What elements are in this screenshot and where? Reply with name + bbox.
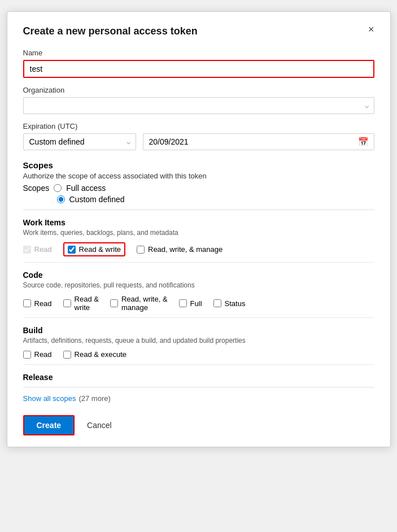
code-read-option: Read (23, 299, 52, 308)
scopes-label-row: Scopes Full access (23, 184, 374, 193)
code-title: Code (23, 271, 374, 280)
create-button[interactable]: Create (23, 415, 75, 435)
expiration-row: Custom defined 30 days 60 days 90 days 1… (23, 133, 374, 150)
code-rw-option: Read &write (63, 295, 99, 312)
code-status-label: Status (225, 299, 246, 308)
code-full-checkbox[interactable] (179, 299, 187, 307)
scopes-description: Authorize the scope of access associated… (23, 172, 374, 180)
org-label: Organization (23, 86, 374, 94)
build-desc: Artifacts, definitions, requests, queue … (23, 337, 374, 345)
wi-rwm-option: Read, write, & manage (137, 245, 223, 254)
wi-readwrite-label: Read & write (79, 245, 121, 254)
build-re-label: Read & execute (75, 350, 127, 359)
code-full-option: Full (179, 299, 202, 308)
expiration-label: Expiration (UTC) (23, 122, 374, 130)
code-read-checkbox[interactable] (23, 299, 31, 307)
work-items-title: Work Items (23, 218, 374, 227)
custom-defined-row: Custom defined (23, 195, 374, 204)
scope-section-build: Build Artifacts, definitions, requests, … (23, 318, 374, 365)
build-read-label: Read (34, 350, 52, 359)
action-row: Create Cancel (23, 409, 374, 435)
calendar-icon[interactable]: 📅 (358, 137, 369, 147)
release-title: Release (23, 373, 374, 382)
build-options: Read Read & execute (23, 350, 374, 359)
wi-read-checkbox[interactable] (23, 246, 31, 254)
date-input-wrapper: 📅 (143, 133, 374, 150)
wi-rwm-checkbox[interactable] (137, 246, 145, 254)
code-desc: Source code, repositories, pull requests… (23, 281, 374, 289)
scopes-section: Scopes Authorize the scope of access ass… (23, 160, 374, 204)
scope-section-release: Release (23, 365, 374, 387)
build-read-checkbox[interactable] (23, 351, 31, 359)
code-status-checkbox[interactable] (213, 299, 221, 307)
date-input[interactable] (143, 133, 374, 150)
scopes-scroll-area[interactable]: Work Items Work items, queries, backlogs… (23, 210, 374, 387)
wi-readwrite-checkbox[interactable] (68, 246, 76, 254)
code-rwm-checkbox[interactable] (110, 299, 118, 307)
expiration-select[interactable]: Custom defined 30 days 60 days 90 days 1… (23, 133, 136, 150)
scope-section-work-items: Work Items Work items, queries, backlogs… (23, 210, 374, 263)
show-all-count: (27 more) (78, 394, 110, 403)
scopes-title: Scopes (23, 160, 374, 170)
wi-readwrite-option: Read & write (63, 242, 125, 256)
org-select[interactable] (23, 97, 374, 114)
code-rwm-option: Read, write, &manage (110, 295, 168, 312)
code-status-option: Status (213, 299, 246, 308)
close-button[interactable]: × (365, 23, 378, 36)
build-read-option: Read (23, 350, 52, 359)
custom-defined-radio[interactable] (57, 195, 65, 203)
show-all-scopes-link[interactable]: Show all scopes (23, 394, 76, 403)
work-items-desc: Work items, queries, backlogs, plans, an… (23, 229, 374, 237)
dialog: Create a new personal access token × Nam… (7, 11, 391, 447)
expiration-select-wrapper: Custom defined 30 days 60 days 90 days 1… (23, 133, 136, 150)
name-label: Name (23, 49, 374, 57)
full-access-radio[interactable] (54, 184, 62, 192)
wi-rwm-label: Read, write, & manage (148, 245, 223, 254)
cancel-button[interactable]: Cancel (81, 416, 117, 434)
custom-defined-label: Custom defined (69, 195, 125, 204)
code-options: Read Read &write Read, write, &manage Fu… (23, 295, 374, 312)
scopes-radio-group: Scopes Full access Custom defined (23, 184, 374, 204)
name-input[interactable] (23, 60, 374, 78)
code-read-label: Read (34, 299, 52, 308)
code-rw-checkbox[interactable] (63, 299, 71, 307)
full-access-label: Full access (66, 184, 106, 193)
scope-section-code: Code Source code, repositories, pull req… (23, 263, 374, 318)
org-select-wrapper: ⌵ (23, 97, 374, 114)
code-rwm-label: Read, write, &manage (121, 295, 168, 312)
wi-read-option: Read (23, 245, 52, 254)
build-re-option: Read & execute (63, 350, 127, 359)
build-title: Build (23, 326, 374, 335)
code-rw-label: Read &write (75, 295, 99, 312)
dialog-title: Create a new personal access token (23, 25, 374, 37)
code-full-label: Full (190, 299, 202, 308)
wi-read-label: Read (34, 245, 52, 254)
scopes-label: Scopes (23, 184, 50, 193)
work-items-options: Read Read & write Read, write, & manage (23, 242, 374, 256)
show-all-row: Show all scopes (27 more) (23, 387, 374, 409)
build-re-checkbox[interactable] (63, 351, 71, 359)
